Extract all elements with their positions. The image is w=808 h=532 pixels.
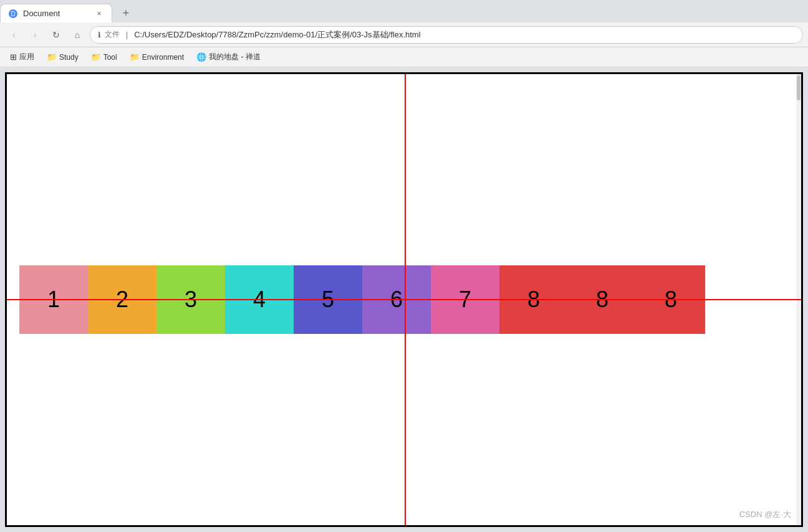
globe-icon: 🌐 [196, 52, 206, 62]
lock-icon: ℹ [98, 31, 101, 39]
refresh-button[interactable]: ↻ [47, 26, 65, 44]
active-tab[interactable]: D Document × [0, 4, 112, 22]
apps-icon: ⊞ [10, 52, 17, 62]
tab-title: Document [23, 9, 89, 18]
tab-bar: D Document × + [0, 0, 808, 22]
browser-shell: D Document × + ‹ › ↻ ⌂ ℹ 文件 | C:/Users/E… [0, 0, 808, 532]
tool-label: Tool [103, 53, 117, 62]
study-label: Study [59, 53, 79, 62]
bookmark-apps[interactable]: ⊞ 应用 [5, 50, 39, 64]
page-content: 1234567888 CSDN @左·大 [5, 72, 803, 527]
file-label: 文件 [105, 29, 120, 40]
bookmark-environment[interactable]: 📁 Environment [125, 50, 189, 64]
address-url: C:/Users/EDZ/Desktop/7788/ZzmPc/zzm/demo… [134, 29, 420, 40]
tab-close-button[interactable]: × [94, 9, 104, 19]
back-button[interactable]: ‹ [5, 26, 22, 44]
bookmark-csdn[interactable]: 🌐 我的地盘 - 禅道 [191, 50, 266, 64]
bookmark-tool[interactable]: 📁 Tool [86, 50, 122, 64]
bookmark-study[interactable]: 📁 Study [42, 50, 84, 64]
watermark: CSDN @左·大 [739, 509, 791, 520]
home-button[interactable]: ⌂ [69, 26, 86, 44]
red-horizontal-line [7, 299, 801, 300]
apps-label: 应用 [19, 52, 34, 62]
address-bar-row: ‹ › ↻ ⌂ ℹ 文件 | C:/Users/EDZ/Desktop/7788… [0, 22, 808, 47]
folder-icon: 📁 [47, 52, 57, 62]
folder-icon-3: 📁 [130, 52, 140, 62]
tab-favicon: D [8, 9, 18, 19]
address-bar[interactable]: ℹ 文件 | C:/Users/EDZ/Desktop/7788/ZzmPc/z… [90, 26, 803, 44]
new-tab-button[interactable]: + [115, 4, 137, 22]
environment-label: Environment [142, 53, 184, 62]
bookmarks-bar: ⊞ 应用 📁 Study 📁 Tool 📁 Environment 🌐 我的地盘… [0, 47, 808, 67]
svg-text:D: D [11, 11, 15, 17]
csdn-label: 我的地盘 - 禅道 [209, 52, 261, 62]
scrollbar-thumb[interactable] [797, 75, 801, 100]
forward-button[interactable]: › [26, 26, 44, 44]
folder-icon-2: 📁 [91, 52, 101, 62]
